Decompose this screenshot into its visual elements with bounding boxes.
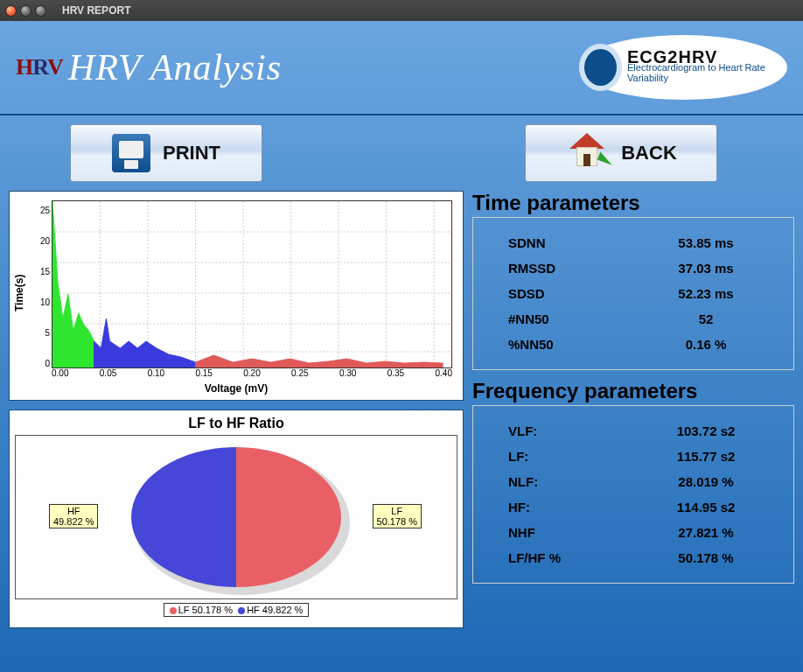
save-diskette-icon: [112, 134, 150, 172]
pie-chart: LF to HF Ratio HF49.822 % LF50.178 % LF …: [9, 410, 464, 628]
spectrum-xlabel: Voltage (mV): [10, 382, 463, 395]
ecg-wave-icon: [579, 44, 622, 91]
legend-hf: HF 49.822 %: [247, 605, 303, 615]
minimize-icon[interactable]: [20, 5, 31, 17]
app-body: HRV HRV Analysis ECG2HRV Electrocardiogr…: [0, 21, 803, 672]
brand-main: ECG2HRV: [627, 52, 787, 62]
param-row: RMSSD37.03 ms: [508, 256, 785, 281]
window-title: HRV REPORT: [62, 4, 130, 17]
time-params-title: Time parameters: [472, 191, 794, 215]
spectrum-chart: Time(s) 0 5 10 15 20 25: [9, 191, 464, 401]
header: HRV HRV Analysis ECG2HRV Electrocardiogr…: [0, 21, 803, 116]
param-row: #NN5052: [508, 306, 785, 332]
print-button-label: PRINT: [163, 142, 220, 164]
content: Time(s) 0 5 10 15 20 25: [0, 191, 803, 640]
param-row: LF/HF %50.178 %: [508, 545, 785, 570]
pie-lf-label: LF50.178 %: [373, 504, 422, 528]
home-icon: [565, 135, 609, 172]
pie-legend: LF 50.178 % HF 49.822 %: [15, 603, 457, 617]
param-row: NLF:28.019 %: [508, 469, 785, 494]
maximize-icon[interactable]: [35, 5, 46, 17]
pie-plot-area: HF49.822 % LF50.178 %: [15, 435, 457, 599]
svg-marker-15: [196, 355, 443, 368]
spectrum-ylabel: Time(s): [13, 275, 25, 312]
param-row: SDNN53.85 ms: [508, 230, 785, 256]
svg-marker-13: [52, 201, 94, 368]
param-row: HF:114.95 s2: [508, 494, 785, 520]
svg-marker-14: [94, 318, 196, 368]
param-row: VLF:103.72 s2: [508, 418, 785, 444]
freq-params-box: VLF:103.72 s2 LF:115.77 s2 NLF:28.019 % …: [472, 405, 794, 584]
window-titlebar: HRV REPORT: [0, 0, 803, 21]
freq-params-title: Frequency parameters: [472, 379, 794, 403]
time-params-box: SDNN53.85 ms RMSSD37.03 ms SDSD52.23 ms …: [472, 217, 794, 370]
pie-hf-label: HF49.822 %: [49, 504, 98, 528]
toolbar: PRINT BACK: [0, 116, 803, 191]
param-row: NHF27.821 %: [508, 520, 785, 545]
brand-text: ECG2HRV Electrocardiogram to Heart Rate …: [627, 52, 787, 83]
spectrum-plot-area: [52, 200, 452, 368]
pie-title: LF to HF Ratio: [15, 416, 457, 431]
param-row: %NN500.16 %: [508, 332, 785, 357]
ecg2hrv-logo: ECG2HRV Electrocardiogram to Heart Rate …: [579, 35, 787, 100]
print-button[interactable]: PRINT: [70, 124, 262, 182]
brand-sub: Electrocardiogram to Heart Rate Variabil…: [627, 62, 765, 83]
close-icon[interactable]: [5, 5, 17, 17]
spectrum-xaxis: 0.000.05 0.100.15 0.200.25 0.300.35 0.40: [52, 368, 452, 381]
back-button-label: BACK: [621, 142, 677, 164]
header-left: HRV HRV Analysis: [16, 46, 282, 88]
legend-lf: LF 50.178 %: [178, 605, 233, 615]
spectrum-yaxis: 0 5 10 15 20 25: [27, 199, 50, 368]
left-column: Time(s) 0 5 10 15 20 25: [9, 191, 464, 628]
param-row: SDSD52.23 ms: [508, 281, 785, 306]
param-row: LF:115.77 s2: [508, 444, 785, 469]
back-button[interactable]: BACK: [525, 124, 717, 182]
right-column: Time parameters SDNN53.85 ms RMSSD37.03 …: [472, 191, 794, 628]
page-title: HRV Analysis: [68, 46, 282, 88]
hrv-logo: HRV: [16, 54, 63, 80]
